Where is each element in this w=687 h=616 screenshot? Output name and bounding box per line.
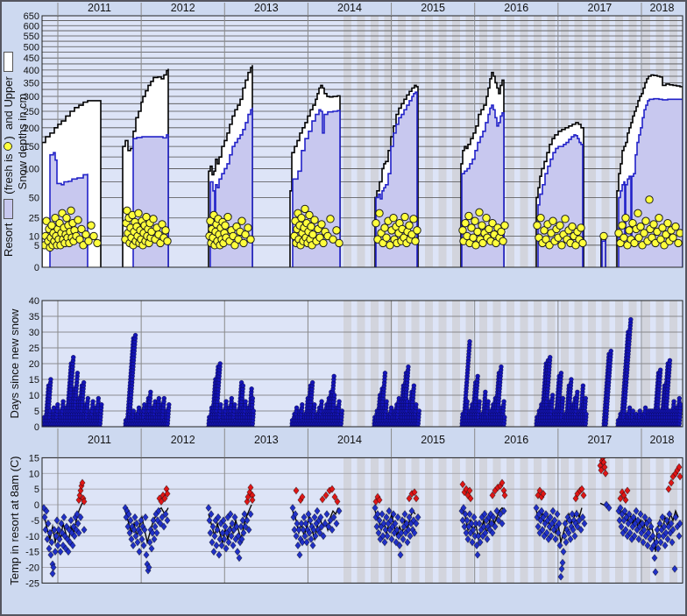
year-label-2015: 2015 — [407, 2, 459, 14]
temp-axis-title: Temp in resort at 8am (C) — [7, 457, 21, 584]
upper-fill-swatch — [4, 52, 13, 72]
year-label-2018: 2018 — [635, 434, 687, 446]
year-label-2016: 2016 — [490, 2, 542, 14]
snow-axis-title-resort: Resort — [2, 223, 15, 257]
fresh-snow-dot-icon — [4, 142, 12, 151]
snow-axis-title-line2: Snow depths in cm — [15, 16, 29, 267]
year-label-2017: 2017 — [573, 434, 626, 446]
snow-axis-title-upper: ) and Upper — [2, 76, 15, 139]
year-label-2014: 2014 — [323, 2, 376, 14]
year-label-2016: 2016 — [490, 434, 542, 446]
year-label-2018: 2018 — [635, 2, 687, 14]
year-label-2012: 2012 — [157, 2, 209, 14]
days-axis-title: Days since new snow — [7, 301, 21, 427]
snow-axis-title: Resort(fresh is) and Upper — [1, 5, 15, 267]
year-label-2013: 2013 — [240, 434, 293, 446]
year-label-2015: 2015 — [407, 434, 459, 446]
resort-fill-swatch — [4, 199, 13, 219]
year-label-2011: 2011 — [74, 434, 126, 446]
year-label-2011: 2011 — [74, 2, 126, 14]
year-label-2017: 2017 — [573, 2, 626, 14]
snow-history-figure: Resort(fresh is) and Upper Snow depths i… — [0, 0, 687, 616]
year-label-2014: 2014 — [323, 434, 376, 446]
year-label-2013: 2013 — [240, 2, 293, 14]
year-label-2012: 2012 — [157, 434, 209, 446]
snow-history-chart-canvas — [0, 0, 687, 616]
snow-axis-title-fresh: (fresh is — [2, 153, 15, 194]
